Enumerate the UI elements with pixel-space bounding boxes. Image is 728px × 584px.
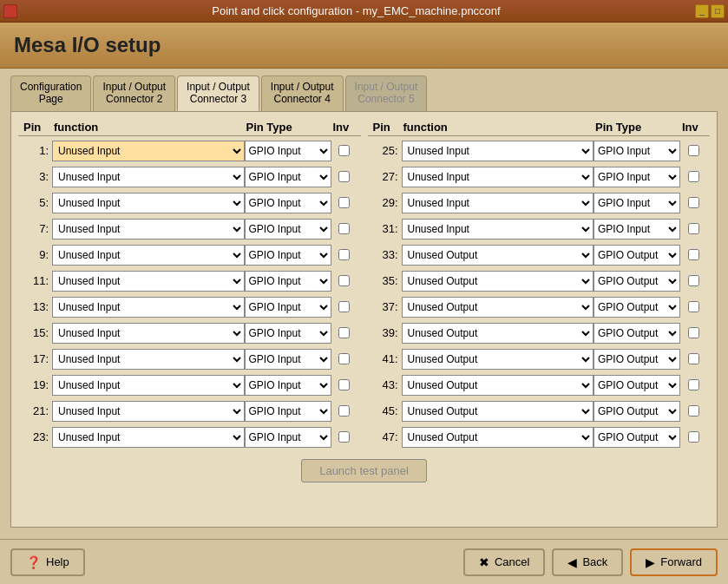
launch-test-panel-button[interactable]: Launch test panel xyxy=(301,459,427,482)
function-select[interactable]: Unused Output xyxy=(402,427,594,448)
pin-type-select[interactable]: GPIO Input xyxy=(245,375,331,396)
inv-checkbox[interactable] xyxy=(688,301,699,312)
maximize-button[interactable]: □ xyxy=(711,4,725,18)
pin-type-select[interactable]: GPIO Input xyxy=(245,193,331,213)
pin-type-select[interactable]: GPIO Output xyxy=(594,297,680,318)
function-select[interactable]: Unused Input xyxy=(52,245,245,266)
pin-type-select[interactable]: GPIO Output xyxy=(594,271,680,292)
pin-number: 41: xyxy=(371,352,402,365)
function-select[interactable]: Unused Input xyxy=(52,167,245,187)
inv-checkbox[interactable] xyxy=(338,379,350,390)
function-select[interactable]: Unused Output xyxy=(402,375,594,396)
function-select[interactable]: Unused Output xyxy=(402,297,594,318)
inv-checkbox[interactable] xyxy=(338,145,350,156)
function-select[interactable]: Unused Output xyxy=(402,271,594,292)
function-select[interactable]: Unused Output xyxy=(402,245,594,266)
tab-configuration-page[interactable]: Configuration Page xyxy=(10,75,91,111)
inv-checkbox[interactable] xyxy=(338,197,350,208)
pin-type-select[interactable]: GPIO Input xyxy=(245,297,331,318)
pin-number: 15: xyxy=(22,326,52,339)
forward-icon: ▶ xyxy=(646,555,655,569)
inv-checkbox[interactable] xyxy=(688,249,699,260)
function-select[interactable]: Unused Output xyxy=(402,349,594,370)
cancel-button[interactable]: ✖ Cancel xyxy=(463,548,545,576)
window-title: Point and click configuration - my_EMC_m… xyxy=(17,4,695,17)
inv-checkbox[interactable] xyxy=(688,223,699,234)
pin-type-select[interactable]: GPIO Output xyxy=(594,349,680,370)
inv-checkbox[interactable] xyxy=(688,431,699,443)
function-select[interactable]: Unused Input xyxy=(52,427,245,448)
function-select[interactable]: Unused Input xyxy=(402,219,594,240)
inv-checkbox[interactable] xyxy=(688,197,699,208)
pin-type-select[interactable]: GPIO Input xyxy=(245,141,331,161)
forward-button[interactable]: ▶ Forward xyxy=(630,548,718,576)
back-button[interactable]: ◀ Back xyxy=(552,548,623,576)
right-table-row: 29: Unused Input GPIO Input xyxy=(368,190,711,216)
pin-type-select[interactable]: GPIO Input xyxy=(245,167,331,187)
function-select[interactable]: Unused Input xyxy=(52,349,245,370)
pin-type-select[interactable]: GPIO Output xyxy=(594,401,680,422)
function-select[interactable]: Unused Output xyxy=(402,401,594,422)
function-select[interactable]: Unused Input xyxy=(52,271,245,292)
function-select[interactable]: Unused Input xyxy=(52,141,245,161)
inv-checkbox[interactable] xyxy=(338,171,350,182)
pin-type-select[interactable]: GPIO Input xyxy=(245,349,331,370)
inv-checkbox[interactable] xyxy=(688,405,699,417)
function-select[interactable]: Unused Input xyxy=(402,141,594,161)
inv-checkbox[interactable] xyxy=(338,301,350,312)
inv-checkbox[interactable] xyxy=(688,171,699,182)
pin-type-select[interactable]: GPIO Input xyxy=(245,323,331,344)
tab-connector-5: Input / Output Connector 5 xyxy=(345,75,428,111)
pin-type-select[interactable]: GPIO Input xyxy=(245,271,331,292)
pin-type-select[interactable]: GPIO Input xyxy=(594,141,680,161)
right-table-row: 33: Unused Output GPIO Output xyxy=(368,242,711,268)
inv-checkbox[interactable] xyxy=(688,145,699,156)
pin-number: 1: xyxy=(22,144,52,157)
inv-checkbox[interactable] xyxy=(338,353,350,364)
tab-connector-4[interactable]: Input / Output Connector 4 xyxy=(261,75,344,111)
inv-checkbox[interactable] xyxy=(338,275,350,286)
inv-checkbox[interactable] xyxy=(338,223,350,234)
inv-checkbox[interactable] xyxy=(338,249,350,260)
left-pin-header: Pin xyxy=(22,121,52,134)
function-select[interactable]: Unused Input xyxy=(52,297,245,318)
function-select[interactable]: Unused Input xyxy=(52,375,245,396)
tab-connector-3[interactable]: Input / Output Connector 3 xyxy=(177,75,259,111)
inv-checkbox[interactable] xyxy=(338,431,350,443)
left-io-column: Pin function Pin Type Inv 1: Unused Inpu… xyxy=(18,119,361,450)
function-select[interactable]: Unused Input xyxy=(52,401,245,422)
inv-checkbox[interactable] xyxy=(338,405,350,417)
pin-type-select[interactable]: GPIO Input xyxy=(594,219,680,240)
pin-type-select[interactable]: GPIO Output xyxy=(594,245,680,266)
pin-type-select[interactable]: GPIO Input xyxy=(245,427,331,448)
pin-type-select[interactable]: GPIO Output xyxy=(594,427,680,448)
right-function-header: function xyxy=(402,121,594,134)
right-table-row: 47: Unused Output GPIO Output xyxy=(368,424,711,450)
back-label: Back xyxy=(582,555,607,568)
left-table-row: 17: Unused Input GPIO Input xyxy=(18,346,361,372)
right-table-row: 35: Unused Output GPIO Output xyxy=(368,268,711,294)
pin-type-select[interactable]: GPIO Input xyxy=(245,401,331,422)
pin-type-select[interactable]: GPIO Input xyxy=(245,245,331,266)
function-select[interactable]: Unused Input xyxy=(402,193,594,213)
help-button[interactable]: ❓ Help xyxy=(10,548,85,576)
inv-checkbox[interactable] xyxy=(688,327,699,338)
pin-type-select[interactable]: GPIO Input xyxy=(245,219,331,240)
minimize-button[interactable]: _ xyxy=(695,4,709,18)
pin-type-select[interactable]: GPIO Output xyxy=(594,323,680,344)
inv-checkbox[interactable] xyxy=(338,327,350,338)
function-select[interactable]: Unused Input xyxy=(52,323,245,344)
pin-type-select[interactable]: GPIO Input xyxy=(594,193,680,213)
function-select[interactable]: Unused Input xyxy=(52,219,245,240)
pin-type-select[interactable]: GPIO Input xyxy=(594,167,680,187)
inv-checkbox[interactable] xyxy=(688,275,699,286)
function-select[interactable]: Unused Input xyxy=(52,193,245,213)
tab-connector-2[interactable]: Input / Output Connector 2 xyxy=(93,75,175,111)
inv-checkbox[interactable] xyxy=(688,379,699,390)
pin-number: 11: xyxy=(22,274,52,287)
function-select[interactable]: Unused Output xyxy=(402,323,594,344)
function-select[interactable]: Unused Input xyxy=(402,167,594,187)
pin-type-select[interactable]: GPIO Output xyxy=(594,375,680,396)
inv-checkbox[interactable] xyxy=(688,353,699,364)
close-button[interactable] xyxy=(3,4,17,18)
